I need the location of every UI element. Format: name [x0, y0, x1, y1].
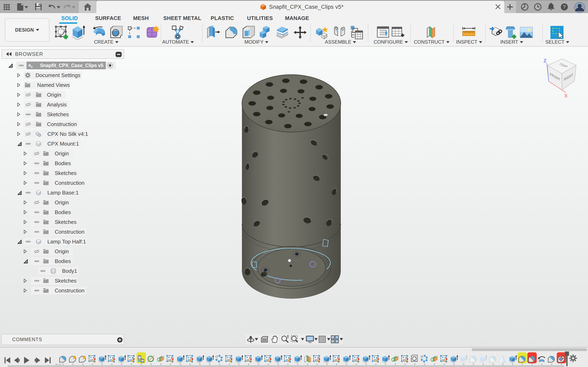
- svg-text:X: X: [564, 93, 568, 99]
- svg-text:?: ?: [563, 4, 566, 9]
- svg-text:Z: Z: [544, 58, 546, 63]
